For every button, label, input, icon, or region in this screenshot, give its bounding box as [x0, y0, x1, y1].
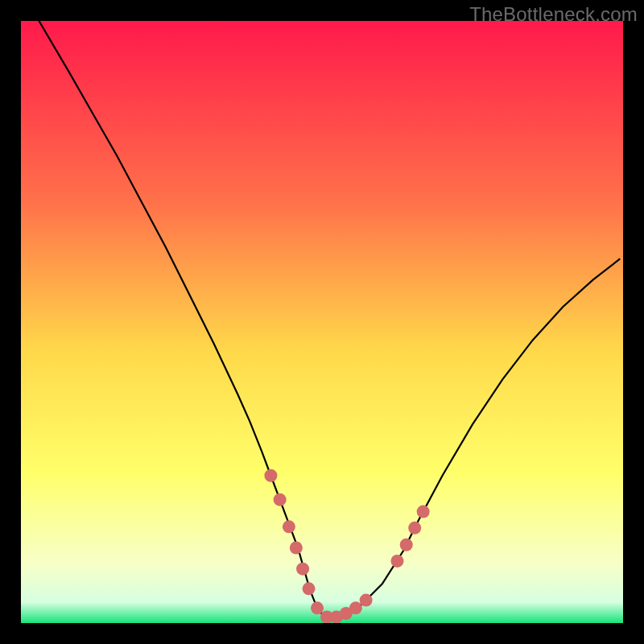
- chart-svg: [21, 21, 623, 623]
- curve-marker: [274, 493, 287, 506]
- curve-marker: [303, 582, 316, 595]
- curve-marker: [408, 522, 421, 535]
- gradient-background: [21, 21, 623, 623]
- curve-marker: [417, 506, 430, 518]
- chart-frame: [21, 21, 623, 623]
- curve-marker: [290, 542, 303, 555]
- curve-marker: [296, 563, 309, 576]
- curve-marker: [400, 539, 413, 551]
- curve-marker: [311, 601, 324, 614]
- curve-marker: [349, 601, 362, 614]
- curve-marker: [264, 469, 277, 482]
- watermark-text: TheBottleneck.com: [469, 3, 638, 26]
- curve-marker: [283, 520, 295, 533]
- curve-marker: [360, 594, 373, 607]
- curve-marker: [391, 555, 404, 568]
